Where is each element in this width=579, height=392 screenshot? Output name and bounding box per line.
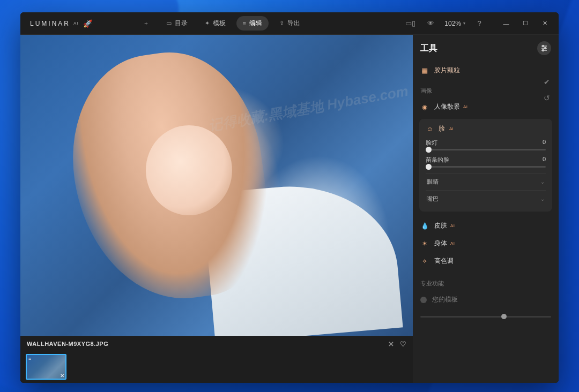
- face-card: ☺ 脸 AI 脸灯 0 苗条的脸 0: [419, 119, 552, 212]
- help-icon[interactable]: ?: [473, 19, 486, 27]
- panel-side-icons: ✔ ↺: [544, 78, 550, 102]
- tools-title: 工具: [420, 43, 437, 54]
- titlebar-right: ▭▯ 👁 102% ▾ ? — ☐ ✕: [404, 16, 554, 32]
- tab-templates-label: 模板: [213, 19, 226, 28]
- tab-edit-label: 编辑: [249, 19, 262, 28]
- skin-icon: 💧: [420, 222, 429, 230]
- your-template-row[interactable]: 您的模板: [419, 291, 552, 308]
- template-dot-icon: [420, 297, 427, 303]
- accordion-mouth[interactable]: 嘴巴 ⌄: [426, 190, 546, 207]
- thumbnail[interactable]: ≡ ✕: [26, 354, 66, 380]
- tool-skin[interactable]: 💧 皮肤 AI: [419, 217, 552, 235]
- chevron-down-icon: ⌄: [540, 179, 545, 185]
- brush-icon[interactable]: ✔: [544, 78, 550, 86]
- facelight-track[interactable]: [426, 149, 546, 150]
- bokeh-icon: ◉: [420, 103, 429, 111]
- tab-catalog[interactable]: ▭ 目录: [160, 16, 194, 31]
- tools-header: 工具: [420, 41, 551, 55]
- brand-suffix: AI: [73, 21, 79, 26]
- rocket-icon[interactable]: 🚀: [83, 19, 94, 28]
- content: 记得收藏:黑域基地 Hybase.com WALLHAVEN-M9XYG8.JP…: [20, 35, 559, 383]
- ai-tag: AI: [449, 126, 454, 131]
- svg-point-5: [543, 50, 544, 51]
- eye-icon[interactable]: 👁: [424, 19, 437, 27]
- template-knob[interactable]: [501, 314, 507, 319]
- face-card-header[interactable]: ☺ 脸 AI: [426, 124, 546, 133]
- highkey-icon: ✧: [420, 257, 429, 266]
- minimize-button[interactable]: —: [496, 16, 516, 32]
- template-strength-slider: [419, 313, 552, 319]
- thumb-adjust-icon: ≡: [28, 356, 31, 361]
- svg-point-4: [545, 48, 546, 49]
- history-icon[interactable]: ↺: [544, 94, 550, 102]
- tools-panel: 工具 ▦ 胶片颗粒 ✔ ↺ 画像 ◉ 人像散景 AI: [413, 35, 559, 383]
- facelight-knob[interactable]: [426, 147, 432, 153]
- eyes-label: 眼睛: [427, 178, 439, 186]
- file-name: WALLHAVEN-M9XYG8.JPG: [27, 341, 108, 347]
- tool-film-grain[interactable]: ▦ 胶片颗粒: [419, 62, 552, 79]
- brand-name: LUMINAR: [30, 20, 70, 27]
- slider-slimface: 苗条的脸 0: [426, 156, 546, 168]
- tab-edit[interactable]: ≡ 编辑: [236, 16, 269, 31]
- section-image-label: 画像: [420, 87, 551, 95]
- body-icon: ✶: [420, 239, 429, 248]
- zoom-value: 102%: [444, 20, 461, 27]
- file-strip: WALLHAVEN-M9XYG8.JPG ✕ ♡: [20, 336, 413, 352]
- bokeh-label: 人像散景: [434, 102, 460, 111]
- thumbnail-strip: ≡ ✕: [20, 352, 413, 383]
- section-pro-label: 专业功能: [420, 280, 551, 288]
- svg-point-3: [543, 46, 544, 47]
- tool-bokeh[interactable]: ◉ 人像散景 AI: [419, 98, 552, 116]
- body-label: 身体: [434, 239, 447, 248]
- skin-label: 皮肤: [434, 221, 447, 230]
- ai-tag: AI: [463, 104, 468, 109]
- tab-templates[interactable]: ✦ 模板: [198, 16, 232, 31]
- chevron-down-icon: ⌄: [540, 196, 545, 202]
- slider-facelight: 脸灯 0: [426, 139, 546, 150]
- film-grain-label: 胶片颗粒: [434, 66, 460, 75]
- tool-highkey[interactable]: ✧ 高色调: [419, 252, 552, 270]
- window-controls: — ☐ ✕: [496, 16, 554, 32]
- chevron-down-icon: ▾: [463, 21, 465, 26]
- adjustments-icon[interactable]: [537, 41, 551, 55]
- add-button[interactable]: ＋: [137, 17, 155, 30]
- favorite-button[interactable]: ♡: [400, 340, 407, 348]
- canvas[interactable]: 记得收藏:黑域基地 Hybase.com: [20, 35, 413, 336]
- ai-tag: AI: [450, 241, 455, 246]
- template-track[interactable]: [420, 316, 551, 318]
- thumb-close-icon[interactable]: ✕: [60, 373, 64, 379]
- sliders-icon: ≡: [243, 20, 246, 27]
- highkey-label: 高色调: [434, 257, 454, 266]
- mouth-label: 嘴巴: [427, 195, 439, 203]
- face-card-title: 脸: [439, 124, 445, 133]
- film-grain-icon: ▦: [420, 66, 429, 75]
- app-window: LUMINAR AI 🚀 ＋ ▭ 目录 ✦ 模板 ≡ 编辑 ⇪ 导出: [20, 12, 559, 383]
- close-button[interactable]: ✕: [535, 16, 554, 32]
- accordion-eyes[interactable]: 眼睛 ⌄: [426, 173, 546, 190]
- face-icon: ☺: [426, 125, 434, 133]
- compare-icon[interactable]: ▭▯: [404, 19, 417, 27]
- wand-icon: ✦: [205, 20, 210, 27]
- tab-export-label: 导出: [287, 19, 300, 28]
- photo-face: [146, 125, 232, 216]
- folder-icon: ▭: [166, 20, 172, 27]
- export-icon: ⇪: [279, 20, 284, 27]
- remove-file-button[interactable]: ✕: [388, 340, 395, 348]
- plus-icon: ＋: [143, 19, 149, 27]
- main-tabs: ＋ ▭ 目录 ✦ 模板 ≡ 编辑 ⇪ 导出: [137, 16, 307, 31]
- slimface-label: 苗条的脸: [426, 156, 449, 164]
- brand: LUMINAR AI 🚀: [30, 19, 94, 28]
- zoom-dropdown[interactable]: 102% ▾: [444, 20, 465, 27]
- facelight-value: 0: [543, 139, 546, 147]
- tab-export[interactable]: ⇪ 导出: [273, 16, 307, 31]
- tab-catalog-label: 目录: [175, 19, 188, 28]
- canvas-column: 记得收藏:黑域基地 Hybase.com WALLHAVEN-M9XYG8.JP…: [20, 35, 413, 383]
- slimface-value: 0: [543, 156, 546, 164]
- titlebar: LUMINAR AI 🚀 ＋ ▭ 目录 ✦ 模板 ≡ 编辑 ⇪ 导出: [20, 12, 559, 35]
- slimface-track[interactable]: [426, 166, 546, 168]
- maximize-button[interactable]: ☐: [516, 16, 535, 32]
- your-template-label: 您的模板: [432, 295, 458, 304]
- facelight-label: 脸灯: [426, 139, 437, 147]
- tool-body[interactable]: ✶ 身体 AI: [419, 235, 552, 252]
- slimface-knob[interactable]: [426, 164, 432, 170]
